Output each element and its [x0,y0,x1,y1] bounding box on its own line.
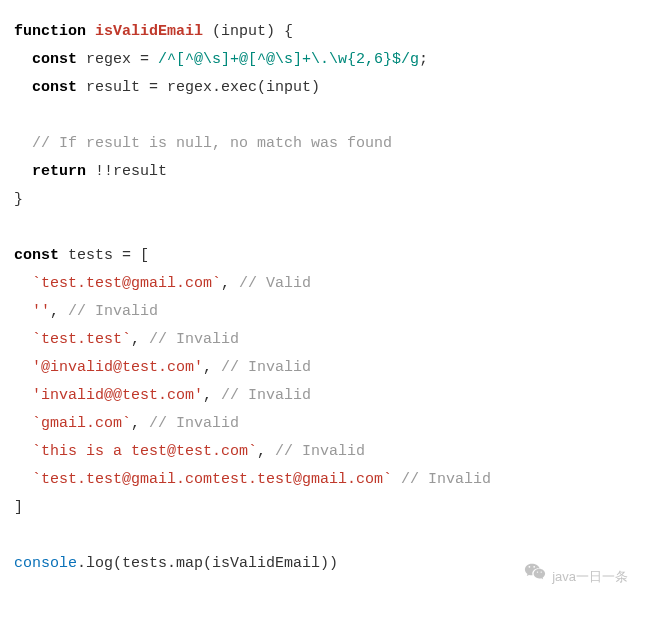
comment: // If result is null, no match was found [32,135,392,152]
string-literal: `test.test@gmail.com` [32,275,221,292]
blank-line [14,107,23,124]
brace-close: } [14,191,23,208]
string-literal: `test.test@gmail.comtest.test@gmail.com` [32,471,392,488]
code-text: , [131,415,149,432]
indent [14,51,32,68]
code-text: (input) { [203,23,293,40]
code-block: function isValidEmail (input) { const re… [14,18,640,578]
indent [14,275,32,292]
indent [14,163,32,180]
comment: // Invalid [68,303,158,320]
code-text: , [221,275,239,292]
comment: // Invalid [401,471,491,488]
indent [14,387,32,404]
string-literal: '@invalid@test.com' [32,359,203,376]
string-literal: `gmail.com` [32,415,131,432]
string-literal: `test.test` [32,331,131,348]
indent [14,471,32,488]
comment: // Invalid [149,331,239,348]
comment: // Valid [239,275,311,292]
string-literal: '' [32,303,50,320]
code-text: , [131,331,149,348]
comment: // Invalid [149,415,239,432]
comment: // Invalid [221,359,311,376]
indent [14,303,32,320]
keyword-const: const [32,79,77,96]
code-text: .log(tests.map(isValidEmail)) [77,555,338,572]
string-literal: 'invalid@@test.com' [32,387,203,404]
blank-line [14,219,23,236]
code-text: , [50,303,68,320]
indent [14,79,32,96]
regex-literal: /^[^@\s]+@[^@\s]+\.\w{2,6}$/g [158,51,419,68]
code-text: regex = [77,51,158,68]
global-console: console [14,555,77,572]
code-text: , [203,387,221,404]
code-text: ; [419,51,428,68]
code-text: result = regex.exec(input) [77,79,320,96]
bracket-close: ] [14,499,23,516]
blank-line [14,527,23,544]
indent [14,331,32,348]
indent [14,359,32,376]
code-text: !!result [86,163,167,180]
code-text: , [257,443,275,460]
indent [14,415,32,432]
string-literal: `this is a test@test.com` [32,443,257,460]
keyword-const: const [32,51,77,68]
code-text: , [203,359,221,376]
keyword-const: const [14,247,59,264]
code-text: tests = [ [59,247,149,264]
keyword-return: return [32,163,86,180]
indent [14,443,32,460]
code-text [392,471,401,488]
keyword-function: function [14,23,86,40]
comment: // Invalid [275,443,365,460]
comment: // Invalid [221,387,311,404]
function-name: isValidEmail [95,23,203,40]
indent [14,135,32,152]
